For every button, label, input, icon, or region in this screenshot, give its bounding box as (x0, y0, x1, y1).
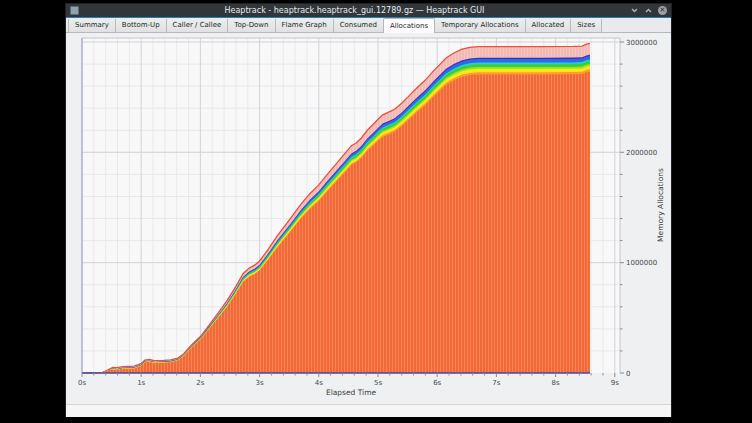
x-tick-label: 2s (196, 379, 204, 387)
heaptrack-window: Heaptrack - heaptrack.heaptrack_gui.1278… (65, 3, 672, 417)
y-tick-label: 1000000 (626, 259, 657, 267)
tab-consumed[interactable]: Consumed (334, 19, 384, 32)
x-tick-label: 0s (78, 379, 86, 387)
tab-bottom-up[interactable]: Bottom-Up (116, 19, 167, 32)
maximize-button[interactable] (644, 6, 653, 15)
tab-caller-callee[interactable]: Caller / Callee (167, 19, 229, 32)
tab-content-allocations: 0s1s2s3s4s5s6s7s8s9s01000000200000030000… (66, 33, 671, 417)
tab-temporary-allocations[interactable]: Temporary Allocations (435, 19, 526, 32)
y-axis-title: Memory Allocations (656, 168, 665, 242)
tab-top-down[interactable]: Top-Down (228, 19, 275, 32)
x-tick-label: 6s (433, 379, 441, 387)
app-icon (70, 6, 79, 15)
x-tick-label: 1s (137, 379, 145, 387)
tab-flame-graph[interactable]: Flame Graph (276, 19, 334, 32)
allocations-chart[interactable]: 0s1s2s3s4s5s6s7s8s9s01000000200000030000… (66, 33, 671, 404)
status-bar (66, 404, 671, 417)
close-button[interactable]: ✕ (658, 6, 667, 15)
tab-bar: SummaryBottom-UpCaller / CalleeTop-DownF… (66, 18, 671, 33)
window-title: Heaptrack - heaptrack.heaptrack_gui.1278… (79, 4, 630, 17)
tab-allocated[interactable]: Allocated (526, 19, 572, 32)
x-tick-label: 4s (315, 379, 323, 387)
chevron-up-icon (645, 8, 652, 13)
x-tick-label: 9s (611, 379, 619, 387)
x-tick-label: 5s (374, 379, 382, 387)
desktop-background: Heaptrack - heaptrack.heaptrack_gui.1278… (0, 0, 752, 423)
x-axis-title: Elapsed Time (326, 388, 377, 397)
x-tick-label: 7s (492, 379, 500, 387)
chart-layers: 0s1s2s3s4s5s6s7s8s9s01000000200000030000… (78, 38, 657, 387)
x-tick-label: 8s (552, 379, 560, 387)
chevron-down-icon (631, 8, 638, 13)
x-tick-label: 3s (256, 379, 264, 387)
tab-summary[interactable]: Summary (68, 19, 116, 32)
window-buttons: ✕ (630, 6, 667, 15)
tab-allocations[interactable]: Allocations (383, 18, 435, 33)
minimize-button[interactable] (630, 6, 639, 15)
titlebar[interactable]: Heaptrack - heaptrack.heaptrack_gui.1278… (66, 4, 671, 18)
tab-sizes[interactable]: Sizes (571, 19, 602, 32)
close-icon: ✕ (658, 6, 667, 15)
y-tick-label: 0 (626, 370, 630, 378)
y-tick-label: 2000000 (626, 149, 657, 157)
y-tick-label: 3000000 (626, 39, 657, 47)
